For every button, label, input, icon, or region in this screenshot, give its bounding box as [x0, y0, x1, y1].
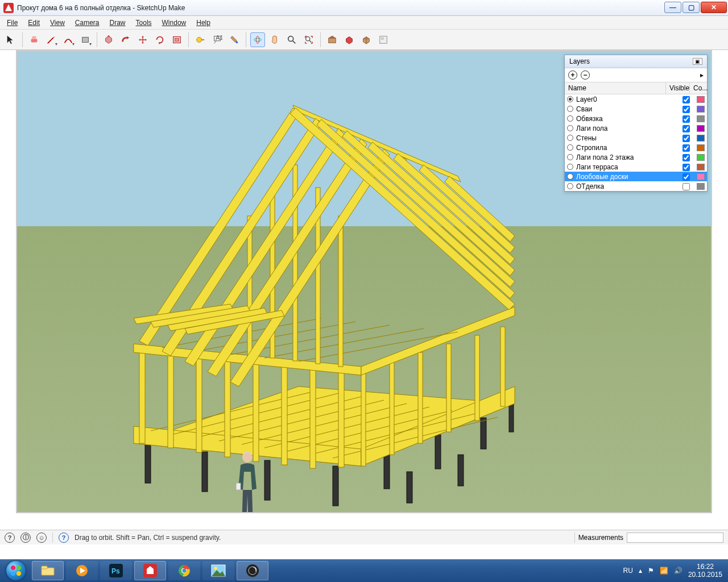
layer-current-radio[interactable]: [567, 125, 573, 131]
user-icon[interactable]: ☺: [36, 533, 47, 543]
layers-flyout-icon[interactable]: ▸: [700, 71, 704, 79]
orbit-tool[interactable]: [250, 32, 265, 47]
remove-layer-button[interactable]: −: [581, 70, 590, 80]
followme-tool[interactable]: [118, 32, 133, 47]
layer-visible[interactable]: [675, 124, 697, 132]
layers-col-color[interactable]: Co...: [690, 82, 707, 94]
text-tool[interactable]: A1: [210, 32, 225, 47]
viewport-3d[interactable]: Layers ▣ + − ▸ Name Visible Co... Layer0…: [16, 50, 712, 513]
pan-tool[interactable]: [267, 32, 282, 47]
line-tool[interactable]: [44, 32, 59, 47]
layer-color-swatch[interactable]: [697, 96, 705, 103]
layers-close-icon[interactable]: ▣: [693, 58, 702, 65]
layers-panel[interactable]: Layers ▣ + − ▸ Name Visible Co... Layer0…: [564, 55, 708, 192]
zoom-tool[interactable]: [284, 32, 299, 47]
layer-row[interactable]: Стропила: [565, 143, 707, 152]
close-button[interactable]: ✕: [701, 2, 727, 13]
components-tool[interactable]: [359, 32, 374, 47]
layer-current-radio[interactable]: [567, 164, 573, 170]
layer-current-radio[interactable]: [567, 183, 573, 189]
tray-show-hidden-icon[interactable]: ▴: [639, 567, 642, 575]
tray-network-icon[interactable]: 📶: [660, 567, 668, 575]
menu-file[interactable]: File: [2, 17, 22, 28]
layer-visible[interactable]: [675, 172, 697, 180]
layer-visible[interactable]: [675, 153, 697, 161]
layers-panel-title[interactable]: Layers ▣: [565, 55, 707, 68]
layer-color-swatch[interactable]: [697, 106, 705, 113]
menu-edit[interactable]: Edit: [23, 17, 44, 28]
credits-icon[interactable]: ⓘ: [20, 533, 31, 543]
task-mediaplayer[interactable]: [66, 561, 98, 580]
shape-tool[interactable]: [78, 32, 93, 47]
layer-visible[interactable]: [675, 143, 697, 151]
start-button[interactable]: [2, 560, 30, 581]
layer-row[interactable]: ОТделка: [565, 181, 707, 191]
task-chrome[interactable]: [168, 561, 200, 580]
menu-view[interactable]: View: [46, 17, 69, 28]
rotate-tool[interactable]: [152, 32, 167, 47]
tray-clock[interactable]: 16:22 20.10.2015: [688, 563, 722, 579]
zoomextents-tool[interactable]: [301, 32, 316, 47]
offset-tool[interactable]: [169, 32, 184, 47]
extension-tool[interactable]: [342, 32, 357, 47]
add-layer-button[interactable]: +: [568, 70, 577, 80]
help-icon[interactable]: ?: [59, 533, 69, 543]
tray-lang[interactable]: RU: [623, 567, 633, 575]
task-photoshop[interactable]: Ps: [100, 561, 132, 580]
layers-col-visible[interactable]: Visible: [666, 82, 690, 94]
layer-visible[interactable]: [675, 182, 697, 190]
layer-current-radio[interactable]: [567, 135, 573, 141]
layer-current-radio[interactable]: [567, 144, 573, 151]
layer-color-swatch[interactable]: [697, 115, 705, 122]
3dwarehouse-tool[interactable]: [325, 32, 340, 47]
layer-visible[interactable]: [675, 134, 697, 142]
layer-color-swatch[interactable]: [697, 173, 705, 180]
layer-color-swatch[interactable]: [697, 135, 705, 142]
layer-color-swatch[interactable]: [697, 125, 705, 132]
layer-row[interactable]: Обвязка: [565, 114, 707, 123]
minimize-button[interactable]: —: [664, 2, 681, 13]
layer-row[interactable]: Лаги терраса: [565, 162, 707, 172]
layer-current-radio[interactable]: [567, 96, 573, 102]
layer-visible[interactable]: [675, 105, 697, 113]
layer-color-swatch[interactable]: [697, 144, 705, 151]
task-sketchup[interactable]: [134, 561, 166, 580]
layer-current-radio[interactable]: [567, 173, 573, 180]
task-obs[interactable]: [237, 561, 268, 580]
geolocation-icon[interactable]: ?: [5, 533, 15, 543]
layer-current-radio[interactable]: [567, 115, 573, 122]
arc-tool[interactable]: [61, 32, 76, 47]
maximize-button[interactable]: ▢: [682, 2, 700, 13]
paint-tool[interactable]: [227, 32, 242, 47]
menu-tools[interactable]: Tools: [131, 17, 156, 28]
tape-tool[interactable]: [193, 32, 208, 47]
layer-visible[interactable]: [675, 163, 697, 171]
layer-row[interactable]: Сваи: [565, 104, 707, 114]
layer-color-swatch[interactable]: [697, 154, 705, 161]
menu-camera[interactable]: Camera: [71, 17, 104, 28]
layer-row[interactable]: Лаги пола 2 этажа: [565, 152, 707, 162]
layer-visible[interactable]: [675, 95, 697, 103]
layer-row[interactable]: Стены: [565, 133, 707, 143]
layer-color-swatch[interactable]: [697, 183, 705, 190]
pushpull-tool[interactable]: [101, 32, 116, 47]
menu-draw[interactable]: Draw: [105, 17, 130, 28]
menu-help[interactable]: Help: [192, 17, 215, 28]
layer-color-swatch[interactable]: [697, 164, 705, 171]
menu-window[interactable]: Window: [158, 17, 191, 28]
layer-current-radio[interactable]: [567, 154, 573, 160]
task-explorer[interactable]: [32, 561, 64, 580]
tray-flag-icon[interactable]: ⚑: [648, 567, 654, 575]
layer-current-radio[interactable]: [567, 106, 573, 112]
layout-tool[interactable]: [376, 32, 391, 47]
select-tool[interactable]: [3, 32, 18, 47]
tray-volume-icon[interactable]: 🔊: [674, 567, 682, 575]
layer-row[interactable]: Лообовые доски: [565, 172, 707, 181]
layers-col-name[interactable]: Name: [565, 82, 666, 94]
move-tool[interactable]: [135, 32, 150, 47]
layer-row[interactable]: Лаги пола: [565, 123, 707, 133]
layer-visible[interactable]: [675, 114, 697, 122]
eraser-tool[interactable]: [27, 32, 42, 47]
task-photoviewer[interactable]: [202, 561, 234, 580]
layer-row[interactable]: Layer0: [565, 94, 707, 104]
